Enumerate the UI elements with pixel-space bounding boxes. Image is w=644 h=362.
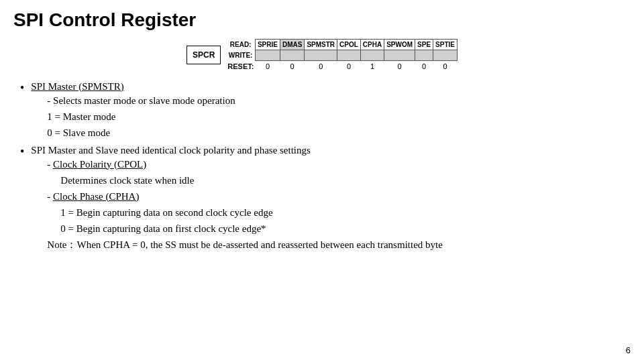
register-reset-row: RESET: 0 0 0 0 1 0 0 0 (226, 61, 457, 72)
write-bit-1 (280, 50, 304, 61)
reset-val-3: 0 (337, 61, 361, 72)
bullet-1-title: SPI Master (SPMSTR) (31, 81, 123, 92)
reset-val-2: 0 (305, 61, 337, 72)
reset-val-5: 0 (384, 61, 415, 72)
reset-val-6: 0 (415, 61, 433, 72)
bullet-2-cpol-header: - Clock Polarity (CPOL) (47, 156, 443, 172)
bit-spmstr: SPMSTR (305, 40, 337, 50)
bullet-item-1: • SPI Master (SPMSTR) - Selects master m… (20, 81, 624, 141)
bullet-2-sub: - Clock Polarity (CPOL) Determines clock… (47, 156, 443, 253)
write-bit-7 (433, 50, 458, 61)
bit-sptie: SPTIE (433, 40, 458, 50)
register-write-row: WRITE: (226, 50, 457, 61)
page-number: 6 (626, 345, 631, 355)
bit-spwom: SPWOM (384, 40, 415, 50)
bullet-item-2: • SPI Master and Slave need identical cl… (20, 145, 624, 253)
write-bit-2 (305, 50, 337, 61)
bullet-2-cpha-1: 1 = Begin capturing data on second clock… (47, 204, 443, 221)
bullet-1-sub-1: 1 = Master mode (47, 109, 235, 125)
bit-cpol: CPOL (337, 40, 361, 50)
read-label: READ: (226, 40, 255, 50)
bullet-dot-2: • (20, 145, 24, 160)
bullet-2-content: SPI Master and Slave need identical cloc… (31, 145, 443, 253)
bullet-1-sub: - Selects master mode or slave mode oper… (47, 93, 235, 141)
write-bit-5 (384, 50, 415, 61)
content-area: • SPI Master (SPMSTR) - Selects master m… (0, 78, 644, 253)
register-diagram: SPCR READ: SPRIE DMAS SPMSTR CPOL CPHA S… (0, 39, 644, 72)
bullet-1-sub-2: 0 = Slave mode (47, 125, 235, 141)
write-label: WRITE: (226, 50, 255, 61)
bullet-2-cpol-desc: Determines clock state when idle (47, 172, 443, 188)
reset-val-0: 0 (255, 61, 280, 72)
bit-cpha: CPHA (360, 40, 384, 50)
cpha-label: Clock Phase (CPHA) (53, 191, 139, 202)
cpol-label: Clock Polarity (CPOL) (53, 159, 146, 170)
bullet-1-sub-0: - Selects master mode or slave mode oper… (47, 93, 235, 109)
reset-label: RESET: (226, 61, 255, 72)
bullet-2-cpha-header: - Clock Phase (CPHA) (47, 188, 443, 204)
register-table: READ: SPRIE DMAS SPMSTR CPOL CPHA SPWOM … (226, 39, 458, 72)
write-bit-4 (360, 50, 384, 61)
reset-val-7: 0 (433, 61, 458, 72)
bit-sprie: SPRIE (255, 40, 280, 50)
bullet-1-content: SPI Master (SPMSTR) - Selects master mod… (31, 81, 235, 141)
write-bit-3 (337, 50, 361, 61)
reset-val-4: 1 (360, 61, 384, 72)
bullet-2-note: Note：When CPHA = 0, the SS must be de-as… (47, 237, 443, 253)
bullet-2-title: SPI Master and Slave need identical cloc… (31, 145, 311, 156)
bullet-dot-1: • (20, 81, 24, 96)
bit-spe: SPE (415, 40, 433, 50)
write-bit-0 (255, 50, 280, 61)
register-header-row: READ: SPRIE DMAS SPMSTR CPOL CPHA SPWOM … (226, 40, 457, 50)
bullet-2-cpha-0: 0 = Begin capturing data on first clock … (47, 221, 443, 237)
reset-val-1: 0 (280, 61, 304, 72)
spcr-label: SPCR (186, 46, 221, 64)
write-bit-6 (415, 50, 433, 61)
bit-dmas: DMAS (280, 40, 304, 50)
page-title: SPI Control Register (0, 0, 644, 35)
